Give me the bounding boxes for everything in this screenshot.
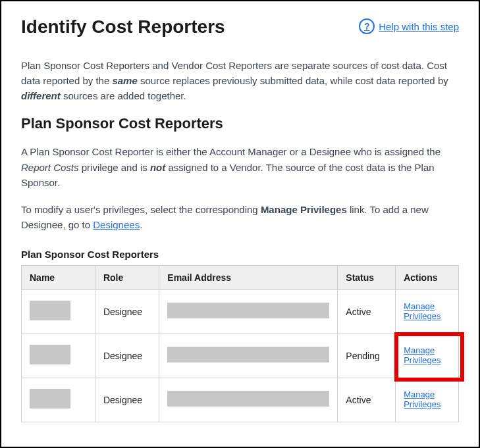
redacted-email — [167, 303, 329, 318]
cell-role: Designee — [95, 334, 159, 378]
manage-privileges-link[interactable]: ManagePrivileges — [404, 346, 440, 366]
cell-role: Designee — [95, 378, 159, 422]
report-costs-label: Report Costs — [21, 162, 79, 173]
cell-email — [159, 289, 338, 334]
cell-name — [22, 289, 95, 334]
section-paragraph-1: A Plan Sponsor Cost Reporter is either t… — [21, 144, 459, 190]
cell-status: Active — [338, 378, 396, 422]
manage-privileges-label: Manage Privileges — [261, 204, 347, 215]
table-row: Designee Active ManagePrivileges — [22, 378, 459, 422]
section-paragraph-2: To modify a user's privileges, select th… — [21, 202, 459, 233]
cell-status: Pending — [338, 334, 396, 378]
intro-paragraph: Plan Sponsor Cost Reporters and Vendor C… — [21, 58, 459, 104]
designees-link[interactable]: Designees — [93, 219, 140, 230]
page-title: Identify Cost Reporters — [21, 16, 225, 38]
cell-actions: ManagePrivileges — [396, 289, 459, 334]
col-email: Email Address — [159, 265, 338, 289]
cost-reporters-table: Name Role Email Address Status Actions D… — [21, 265, 459, 422]
cell-actions: ManagePrivileges — [396, 378, 459, 422]
redacted-email — [167, 347, 329, 362]
col-status: Status — [338, 265, 396, 289]
cell-status: Active — [338, 289, 396, 334]
cell-role: Designee — [95, 289, 159, 334]
redacted-email — [167, 391, 329, 407]
section-heading: Plan Sponsor Cost Reporters — [21, 115, 459, 132]
redacted-name — [30, 301, 70, 320]
redacted-name — [30, 389, 70, 409]
header-row: Identify Cost Reporters ? Help with this… — [21, 16, 459, 38]
cell-name — [22, 378, 95, 422]
question-icon: ? — [359, 18, 375, 34]
cell-email — [159, 334, 338, 378]
col-name: Name — [22, 265, 95, 289]
col-role: Role — [95, 265, 159, 289]
help-link-label: Help with this step — [379, 21, 459, 32]
table-row: Designee Pending ManagePrivileges — [22, 334, 459, 378]
col-actions: Actions — [396, 265, 459, 289]
not-emphasis: not — [150, 162, 165, 173]
manage-privileges-link[interactable]: ManagePrivileges — [404, 302, 440, 322]
cell-name — [22, 334, 95, 378]
intro-same: same — [112, 75, 137, 86]
cell-email — [159, 378, 338, 422]
intro-different: different — [21, 90, 61, 101]
redacted-name — [30, 345, 70, 364]
cell-actions: ManagePrivileges — [396, 334, 459, 378]
table-header-row: Name Role Email Address Status Actions — [22, 265, 459, 289]
manage-privileges-link[interactable]: ManagePrivileges — [404, 390, 440, 410]
table-caption: Plan Sponsor Cost Reporters — [21, 249, 459, 260]
help-with-this-step-link[interactable]: ? Help with this step — [359, 18, 459, 34]
page-frame: Identify Cost Reporters ? Help with this… — [0, 0, 480, 448]
table-row: Designee Active ManagePrivileges — [22, 289, 459, 334]
